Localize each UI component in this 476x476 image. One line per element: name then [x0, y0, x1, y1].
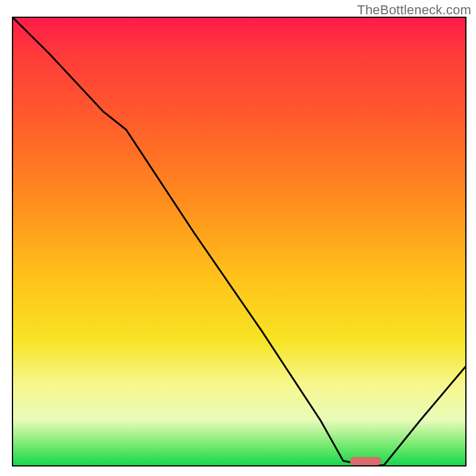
optimum-marker: [350, 457, 381, 465]
plot-area: [12, 17, 466, 466]
bottleneck-curve: [13, 18, 465, 465]
watermark-text: TheBottleneck.com: [357, 2, 471, 18]
chart-container: TheBottleneck.com: [0, 0, 476, 476]
